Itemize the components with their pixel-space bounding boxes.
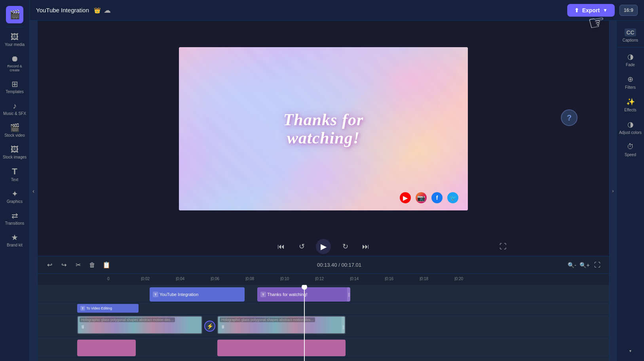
zoom-in-button[interactable]: 🔍+ [579,260,590,271]
fade-icon: ◑ [627,52,634,61]
sidebar-label-record-create: Record & create [7,64,22,72]
pink-clip-1[interactable] [77,340,136,356]
sidebar-item-text[interactable]: T Text [0,163,29,186]
redo-button[interactable]: ↪ [58,260,69,271]
track-row-pink [38,337,609,358]
effects-label: Effects [624,108,636,112]
right-panel-speed[interactable]: ⏱ Speed [617,139,644,161]
brand-kit-icon: ★ [11,233,18,241]
ruler-mark-06: |0:06 [211,277,245,283]
playhead-line [304,290,305,361]
sidebar-item-brand-kit[interactable]: ★ Brand kit [0,229,29,251]
speed-label: Speed [625,153,636,157]
content-row: ‹ Thanks forwatching! Thanks forwatching… [30,21,644,361]
sidebar-item-stock-images[interactable]: 🖼 Stock images [0,141,29,163]
playhead[interactable] [304,285,305,358]
ruler-mark-18: |0:18 [420,277,454,283]
ruler-mark-04: |0:04 [176,277,211,283]
clip-split-marker: ⚡ [202,315,217,337]
clip-label-2: Thanks for watching! [267,292,308,297]
video-clip-2[interactable]: Holographic glass polygonal shapes abstr… [217,316,346,334]
preview-area: Thanks forwatching! Thanks forwatching! … [38,21,609,237]
expand-timeline-button[interactable]: ⛶ [592,260,603,271]
fullscreen-button[interactable]: ⛶ [497,240,509,253]
clip-resize-handle-2[interactable]: ‖ [342,317,345,334]
playback-controls: ⏮ ↺ ▶ ↻ ⏭ ⛶ [38,237,609,256]
play-button[interactable]: ▶ [316,239,331,254]
clip-t-icon-2: T [260,292,266,297]
clip-resize-handle[interactable]: ‖ [347,287,350,302]
sidebar-item-your-media[interactable]: 🖼 Your media [0,29,29,51]
page-title: YouTube Integration [36,7,89,13]
clip-youtube-integration[interactable]: T YouTube Integration [150,287,245,302]
aspect-ratio-badge[interactable]: 16:9 [619,5,638,16]
replay-5-button[interactable]: ↺ [295,240,308,253]
cloud-icon: ☁ [104,6,111,15]
sidebar-item-graphics[interactable]: ✦ Graphics [0,186,29,208]
help-button[interactable]: ? [561,109,578,126]
ruler-mark-12: |0:12 [315,277,350,283]
pink-clip-2[interactable] [217,340,346,356]
timeline-ruler: 0 |0:02 |0:04 |0:06 |0:08 |0:10 |0:12 |0… [38,274,609,285]
right-panel-fade[interactable]: ◑ Fade [617,48,644,71]
right-panel-captions[interactable]: CC Captions [617,25,644,46]
header: YouTube Integration 👑 ☁ ⬆ Export ▼ ☞ 16:… [30,0,644,21]
expand-icon: ⛶ [594,262,600,269]
chevron-left-icon: ‹ [32,188,34,194]
pause-icon-1: ⏸ [80,324,85,330]
right-panel-effects[interactable]: ✨ Effects [617,94,644,116]
clip-video-editing[interactable]: T To Video Editing [77,304,139,313]
your-media-icon: 🖼 [11,33,19,41]
skip-back-button[interactable]: ⏮ [275,240,287,253]
right-panel-expand-down[interactable]: ▾ [617,345,644,357]
zoom-out-button[interactable]: 🔍- [566,260,578,271]
video-clip-2-label: Holographic glass polygonal shapes abstr… [220,317,315,322]
video-clip-1[interactable]: Holographic glass polygonal shapes abstr… [77,316,202,334]
right-panel-adjust-colors[interactable]: ◑ Adjust colors [617,116,644,139]
captions-icon: CC [625,29,636,36]
video-clip-1-label: Holographic glass polygonal shapes abstr… [80,317,175,322]
video-canvas[interactable]: Thanks forwatching! Thanks forwatching! … [179,47,468,210]
timeline-timecode: 00:13.40 / 00:17.01 [115,262,563,268]
adjust-colors-label: Adjust colors [619,130,642,135]
sidebar-item-transitions[interactable]: ⇄ Transitions [0,208,29,229]
track-content-overlay: T To Video Editing [72,302,609,315]
collapse-left-button[interactable]: ‹ [30,21,38,361]
export-label: Export [582,7,600,13]
sidebar-label-templates: Templates [6,90,24,94]
forward-5-button[interactable]: ↻ [339,240,351,253]
delete-button[interactable]: 🗑 [87,260,98,271]
sidebar-item-stock-video[interactable]: 🎬 Stock video [0,120,29,141]
ruler-mark-10: |0:10 [280,277,315,283]
timeline-toolbar: ↩ ↪ ✂ 🗑 📋 00:13.40 / 00:17.01 [38,256,609,274]
facebook-icon: f [431,192,443,203]
record-create-icon: ⏺ [11,55,19,63]
redo-icon: ↪ [61,261,66,269]
pause-icon-2: ⏸ [220,324,225,330]
collapse-right-button[interactable]: › [609,21,616,361]
timeline-area: ↩ ↪ ✂ 🗑 📋 00:13.40 / 00:17.01 [38,256,609,361]
undo-button[interactable]: ↩ [44,260,55,271]
add-media-icon: 📋 [103,261,110,269]
sidebar-item-record-create[interactable]: ⏺ Record & create [0,51,29,76]
sidebar-item-music-sfx[interactable]: ♪ Music & SFX [0,98,29,120]
twitter-icon: 🐦 [447,192,458,203]
track-row-video: Holographic glass polygonal shapes abstr… [38,315,609,337]
sidebar-item-templates[interactable]: ⊞ Templates [0,76,29,98]
add-media-button[interactable]: 📋 [101,260,112,271]
app-logo[interactable]: 🎬 [6,6,23,23]
filters-label: Filters [625,85,636,90]
clip-t-icon: T [153,292,158,297]
fullscreen-icon: ⛶ [500,243,507,251]
help-icon: ? [567,113,572,122]
social-icons-bar: ▶ 📷 f 🐦 [400,192,458,203]
export-button[interactable]: ⬆ Export ▼ [567,4,615,17]
cut-button[interactable]: ✂ [72,260,84,271]
cut-icon: ✂ [76,261,81,269]
effects-icon: ✨ [626,97,635,106]
header-icons: 👑 ☁ [94,6,111,15]
skip-forward-button[interactable]: ⏭ [359,240,372,253]
ruler-mark-14: |0:14 [350,277,385,283]
right-panel-filters[interactable]: ⊕ Filters [617,71,644,94]
track-row-text: T YouTube Integration T Thanks for watch… [38,285,609,302]
